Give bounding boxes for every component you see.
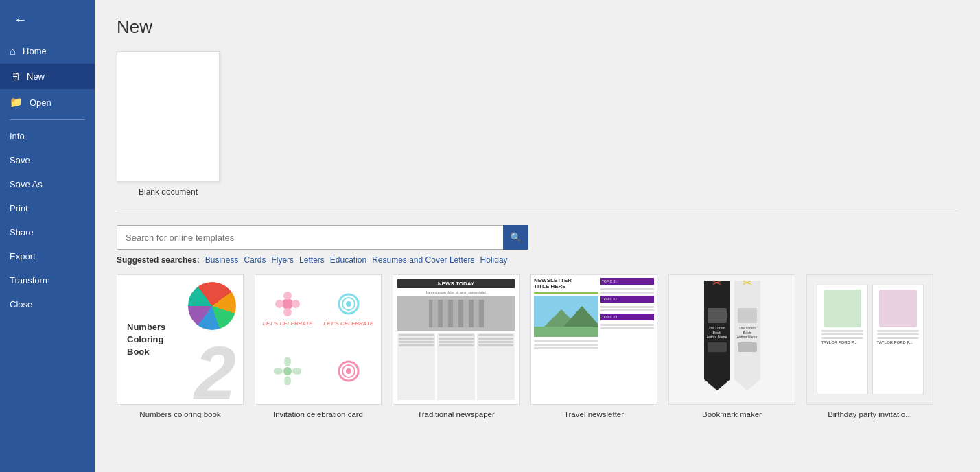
sidebar-item-save-as[interactable]: Save As <box>0 172 95 196</box>
birthday-card-1: TAYLOR FORD P... <box>817 285 868 394</box>
birthday-lines-1: TAYLOR FORD P... <box>821 330 863 344</box>
templates-grid: 2 NumbersColoringBook Numbers coloring b… <box>117 274 958 418</box>
nl-title: NEWSLETTERTITLE HERE <box>534 278 598 290</box>
svg-point-15 <box>346 368 351 374</box>
svg-point-0 <box>282 298 293 309</box>
suggested-flyers[interactable]: Flyers <box>271 255 294 265</box>
svg-point-2 <box>292 300 300 308</box>
inv-cell-3 <box>258 340 318 401</box>
back-button[interactable]: ← <box>7 5 34 33</box>
sidebar-item-open[interactable]: 📁 Open <box>0 89 95 115</box>
news-columns <box>397 333 515 400</box>
bookmark-dark-image <box>708 308 727 323</box>
nl-header: NEWSLETTERTITLE HERE <box>534 278 598 294</box>
nl-right-col: TOPIC 01 TOPIC 02 TOPIC 03 <box>600 278 654 401</box>
blank-doc-preview <box>117 51 220 182</box>
folder-icon: 📁 <box>10 96 23 108</box>
nl-topic-1-lines <box>600 288 654 294</box>
nl-hero-image <box>534 296 598 337</box>
template-label-invitation: Invitation celebration card <box>273 410 363 418</box>
suggested-education[interactable]: Education <box>330 255 366 265</box>
template-card-newsletter[interactable]: NEWSLETTERTITLE HERE <box>530 274 657 418</box>
svg-rect-20 <box>463 300 469 327</box>
bookmark-light-body: The Lorem BookAuthor Name <box>734 281 760 379</box>
inv-cell-4 <box>319 340 379 401</box>
birthday-thumb-content: TAYLOR FORD P... TAYLOR FORD P... <box>807 275 933 404</box>
svg-point-4 <box>275 300 283 308</box>
bookmark-thumb-content: ✂ The Lorem BookAuthor Name ✂ <box>669 275 795 404</box>
search-input[interactable] <box>117 233 503 243</box>
sidebar-item-print[interactable]: Print <box>0 196 95 220</box>
sidebar: ← ⌂ Home 🖹 New 📁 Open Info Save Save As … <box>0 0 95 472</box>
news-title: NEWS TODAY <box>397 279 515 288</box>
template-card-newspaper[interactable]: NEWS TODAY Lorem ipsum dolor sit amet co… <box>393 274 520 418</box>
deco-circle <box>188 282 236 330</box>
template-label-bookmark: Bookmark maker <box>702 410 762 418</box>
svg-point-7 <box>346 301 351 307</box>
inv-swirl-2 <box>335 357 362 385</box>
svg-point-8 <box>283 367 292 375</box>
sidebar-item-share[interactable]: Share <box>0 220 95 244</box>
inv-cell-1: LET'S CELEBRATE <box>258 278 318 339</box>
birthday-image-2 <box>879 290 917 327</box>
svg-point-12 <box>274 368 283 375</box>
sidebar-item-home[interactable]: ⌂ Home <box>0 38 95 64</box>
news-subtitle: Lorem ipsum dolor sit amet consectetur <box>397 290 515 294</box>
template-card-numbers-coloring-book[interactable]: 2 NumbersColoringBook Numbers coloring b… <box>117 274 244 418</box>
nl-topic-1: TOPIC 01 <box>600 278 654 285</box>
svg-rect-17 <box>432 300 438 327</box>
svg-rect-21 <box>474 300 479 327</box>
new-doc-icon: 🖹 <box>10 71 20 82</box>
bookmark-light-text: The Lorem BookAuthor Name <box>736 326 759 340</box>
template-thumb-newspaper: NEWS TODAY Lorem ipsum dolor sit amet co… <box>393 274 520 405</box>
suggested-resumes[interactable]: Resumes and Cover Letters <box>372 255 474 265</box>
sidebar-home-label: Home <box>23 46 47 56</box>
nl-lines <box>534 340 598 349</box>
search-icon: 🔍 <box>510 232 522 243</box>
blank-doc-label: Blank document <box>139 187 198 197</box>
back-icon: ← <box>14 12 27 27</box>
svg-point-9 <box>284 357 291 366</box>
search-button[interactable]: 🔍 <box>503 225 528 250</box>
birthday-lines-2: TAYLOR FORD P... <box>877 330 919 344</box>
blank-document-card[interactable]: Blank document <box>117 51 220 197</box>
sidebar-item-new[interactable]: 🖹 New <box>0 64 95 89</box>
nl-topic-2: TOPIC 02 <box>600 296 654 303</box>
inv-text-2: LET'S CELEBRATE <box>323 320 373 327</box>
suggested-label: Suggested searches: <box>117 255 200 265</box>
featured-templates-area: Blank document <box>117 51 958 211</box>
template-card-bookmark[interactable]: ✂ The Lorem BookAuthor Name ✂ <box>668 274 795 418</box>
suggested-holiday[interactable]: Holiday <box>480 255 508 265</box>
suggested-letters[interactable]: Letters <box>299 255 325 265</box>
suggested-cards[interactable]: Cards <box>244 255 266 265</box>
search-bar: 🔍 <box>117 225 528 250</box>
numbers-thumb-content: 2 NumbersColoringBook <box>117 275 243 404</box>
sidebar-item-info[interactable]: Info <box>0 124 95 148</box>
bookmark-dark-img2 <box>708 342 727 352</box>
bookmark-ribbon-1: ✂ <box>712 276 721 290</box>
template-card-birthday[interactable]: TAYLOR FORD P... TAYLOR FORD P... <box>806 274 933 418</box>
svg-rect-18 <box>443 300 448 327</box>
newsletter-thumb-content: NEWSLETTERTITLE HERE <box>531 275 657 404</box>
sidebar-item-transform[interactable]: Transform <box>0 268 95 292</box>
news-col-2 <box>437 333 475 400</box>
template-label-numbers: Numbers coloring book <box>139 410 220 418</box>
home-icon: ⌂ <box>10 45 16 57</box>
sidebar-divider <box>10 119 85 120</box>
bookmark-light: ✂ The Lorem BookAuthor Name <box>734 281 760 390</box>
sidebar-item-save[interactable]: Save <box>0 148 95 172</box>
svg-point-3 <box>283 308 292 316</box>
news-crosswalk-svg <box>429 300 484 327</box>
sidebar-item-close[interactable]: Close <box>0 292 95 316</box>
svg-point-10 <box>292 368 301 375</box>
birthday-card-2: TAYLOR FORD P... <box>872 285 924 394</box>
suggested-business[interactable]: Business <box>205 255 239 265</box>
inv-flower-1 <box>274 290 301 318</box>
invitation-thumb-content: LET'S CELEBRATE LET'S CELEBRATE <box>255 275 381 404</box>
book-text: NumbersColoringBook <box>127 321 165 359</box>
sidebar-item-export[interactable]: Export <box>0 244 95 268</box>
inv-flower-2 <box>274 357 301 385</box>
template-card-invitation[interactable]: LET'S CELEBRATE LET'S CELEBRATE <box>255 274 382 418</box>
template-label-newspaper: Traditional newspaper <box>417 410 495 418</box>
nl-topic-3: TOPIC 03 <box>600 314 654 320</box>
